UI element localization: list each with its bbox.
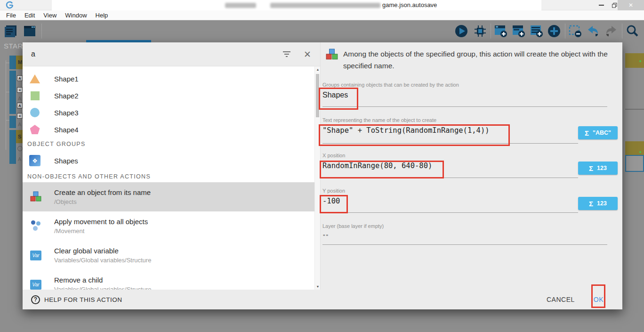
field-group[interactable]: Groups containing objects that can be cr… [322,82,607,107]
action-title: Apply movement to all objects [54,218,148,226]
action-type-icon: A [17,75,23,81]
menu-edit[interactable]: Edit [20,10,39,20]
create-object-icon [29,190,42,203]
y-position-expression[interactable]: -100 [322,197,578,205]
action-editor-dialog: ✕ Shape1 Shape2 Sha [23,42,622,309]
field-layer[interactable]: Layer (base layer if empty) "" [322,223,607,245]
scroll-down-icon[interactable]: ▼ [315,285,320,288]
expression-editor-button-123[interactable]: Σ 123 [578,197,618,210]
events-tree-stub [6,120,9,121]
list-item-action-remove-child[interactable]: Var Remove a child Variables/Global vari… [23,270,320,290]
group-icon: ❖ [29,155,40,166]
undo-icon[interactable] [585,23,601,39]
event-row-edge [9,116,16,128]
field-object-name[interactable]: Text representing the name of the object… [322,117,578,144]
toolbar-separator [491,24,491,39]
list-item-action-create-object[interactable]: Create an object from its name /Objects [23,182,320,211]
field-y-position[interactable]: Y position -100 [322,188,578,213]
group-label: Shapes [54,157,78,165]
menubar: File Edit View Window Help [0,10,644,20]
add-subevent-icon[interactable] [511,23,527,39]
filter-icon[interactable] [281,48,293,60]
variable-icon: Var [29,278,42,290]
field-x-position[interactable]: X position RandomInRange(80, 640-80) [322,153,578,178]
help-label: HELP FOR THIS ACTION [44,296,122,303]
instruction-list: Shape1 Shape2 Shape3 Shape4 [23,66,320,290]
delete-event-icon[interactable] [567,23,583,39]
scene-editor-icon[interactable] [22,23,38,39]
pentagon-icon [29,124,40,135]
expression-editor-button-abc[interactable]: Σ "ABC" [578,126,618,139]
section-object-groups: OBJECT GROUPS [23,138,320,150]
title-tab: game.json.autosave [52,0,541,10]
list-item-action-apply-movement[interactable]: Apply movement to all objects /Movement [23,211,320,241]
section-non-objects: NON-OBJECTS AND OTHER ACTIONS [23,171,320,182]
event-header-letter: M [18,59,22,65]
redacted-path-segment [270,3,380,8]
search-bar: ✕ [23,42,320,66]
cancel-button[interactable]: CANCEL [547,296,575,303]
menu-help[interactable]: Help [91,10,113,20]
project-manager-icon[interactable] [3,23,19,39]
events-tree-stub [6,63,9,63]
menu-file[interactable]: File [2,10,20,20]
menu-window[interactable]: Window [61,10,91,20]
group-field-value[interactable]: Shapes [322,91,607,99]
redo-icon[interactable] [603,23,619,39]
add-event-icon[interactable] [493,23,509,39]
event-row-edge [9,130,16,164]
ok-button[interactable]: OK [594,296,604,303]
expression-editor-button-123[interactable]: Σ 123 [578,162,618,175]
action-parameters-panel: Among the objects of the specified group… [320,42,622,290]
action-type-icon: + [17,87,23,93]
layer-field-value[interactable]: "" [322,234,607,240]
object-label: Shape1 [54,75,79,83]
gdevelop-logo-icon [6,1,14,9]
menu-view[interactable]: View [39,10,61,20]
toolbar-separator [565,24,565,39]
search-icon[interactable] [624,23,640,39]
scrollbar-thumb[interactable] [316,74,319,117]
list-item-action-clear-variable[interactable]: Var Clear global variable Variables/Glob… [23,241,320,270]
debug-icon[interactable] [472,23,488,39]
list-scrollbar[interactable]: ▲ ▼ [314,66,320,290]
add-more-icon[interactable] [546,23,562,39]
event-header-letter: S [18,134,21,139]
action-description: Among the objects of the specified group… [343,48,621,72]
sigma-icon: Σ [589,200,593,208]
restore-icon [612,3,617,8]
list-item-object[interactable]: Shape4 [23,121,320,138]
scroll-up-icon[interactable]: ▲ [315,68,320,71]
field-label: Layer (base layer if empty) [322,223,607,229]
action-type-icon: A [17,103,23,108]
add-comment-icon[interactable] [529,23,545,39]
dialog-close-icon[interactable]: ✕ [301,48,314,60]
help-icon: ? [31,295,40,304]
list-item-object[interactable]: Shape2 [23,87,320,104]
list-item-object[interactable]: Shape1 [23,70,320,87]
close-icon: ✕ [628,2,633,8]
search-input[interactable] [31,50,281,58]
variable-icon: Var [29,249,42,262]
list-item-object[interactable]: Shape3 [23,104,320,121]
create-object-icon [325,48,338,61]
close-button[interactable]: ✕ [618,0,644,10]
add-action-text: A [18,96,21,101]
object-name-expression[interactable]: "Shape" + ToString(RandomInRange(1,4)) [322,126,578,135]
action-path: /Objects [54,198,151,205]
minimize-button[interactable] [594,0,608,10]
action-title: Create an object from its name [54,188,151,196]
object-label: Shape3 [54,109,79,117]
selected-event-box [625,155,644,172]
play-icon[interactable] [453,23,469,39]
list-item-group[interactable]: ❖ Shapes [23,150,320,171]
add-action-text: A [18,156,21,162]
event-header [625,53,644,68]
x-position-expression[interactable]: RandomInRange(80, 640-80) [322,162,578,170]
toolbar-separator [41,24,42,39]
action-path: Variables/Global variables/Structure [54,286,151,290]
sigma-icon: Σ [589,164,593,172]
help-for-this-action-button[interactable]: ? HELP FOR THIS ACTION [31,295,122,304]
field-label: X position [322,153,578,158]
green-dot [639,151,641,153]
